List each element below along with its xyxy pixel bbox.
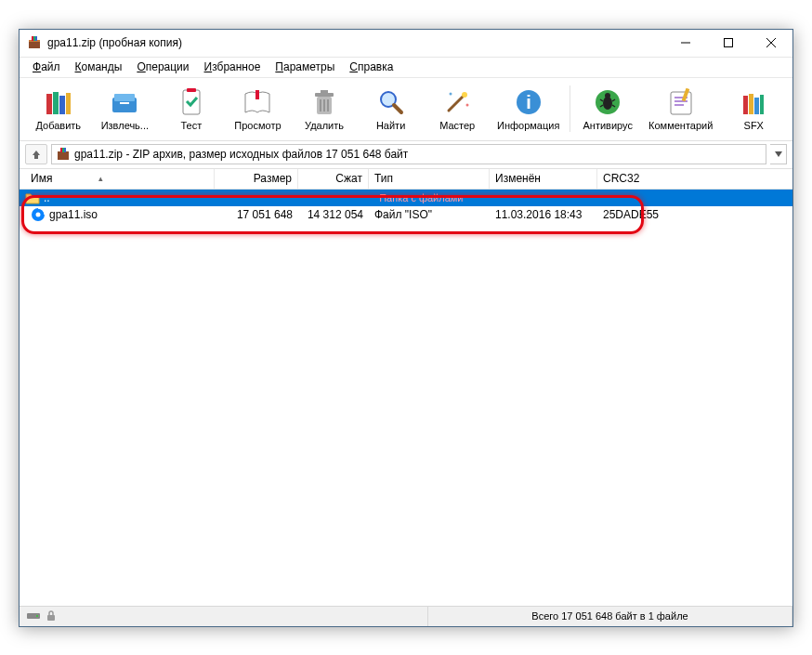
svg-rect-11 — [59, 96, 65, 114]
sfx-button[interactable]: SFX — [720, 80, 787, 138]
svg-rect-57 — [47, 615, 55, 621]
svg-rect-18 — [255, 90, 259, 99]
view-button[interactable]: Просмотр — [225, 80, 292, 138]
svg-rect-20 — [315, 93, 334, 97]
test-button[interactable]: Тест — [158, 80, 225, 138]
test-label: Тест — [181, 120, 203, 131]
books-sfx-icon — [738, 86, 769, 118]
svg-rect-52 — [64, 148, 66, 152]
svg-rect-49 — [58, 151, 69, 160]
file-type: Файл "ISO" — [374, 208, 432, 221]
menu-favorites-label: збранное — [212, 60, 260, 73]
svg-rect-50 — [60, 148, 62, 152]
table-row[interactable]: gpa11.iso 17 051 648 14 312 054 Файл "IS… — [20, 206, 792, 223]
books-stack-icon — [43, 86, 74, 118]
notepad-icon — [665, 86, 697, 118]
find-label: Найти — [376, 120, 405, 131]
wizard-button[interactable]: Мастер — [424, 80, 491, 138]
svg-point-28 — [462, 92, 467, 98]
info-label: Информация — [497, 120, 559, 131]
window-controls — [664, 30, 792, 57]
statusbar: Всего 17 051 648 байт в 1 файле — [20, 606, 792, 626]
column-size[interactable]: Размер — [215, 169, 298, 189]
info-icon: i — [513, 86, 544, 118]
info-button[interactable]: i Информация — [491, 80, 567, 138]
file-packed: 14 312 054 — [308, 208, 363, 221]
archive-icon — [56, 147, 71, 162]
menubar: Файл Команды Операции Избранное Параметр… — [20, 58, 792, 78]
parent-folder-row[interactable]: .. Папка с файлами — [20, 190, 792, 206]
svg-rect-6 — [725, 39, 733, 47]
svg-rect-17 — [187, 88, 196, 92]
file-modified: 11.03.2016 18:43 — [495, 208, 582, 221]
add-button[interactable]: Добавить — [25, 80, 92, 138]
toolbar-separator — [570, 85, 570, 132]
status-total: Всего 17 051 648 байт в 1 файле — [428, 607, 792, 626]
clipboard-check-icon — [176, 86, 207, 118]
svg-rect-15 — [120, 102, 129, 104]
toolbar: Добавить Извлечь... Тест Просмотр Удалит… — [20, 78, 792, 141]
parent-folder-label: Папка с файлами — [50, 192, 792, 203]
close-button[interactable] — [750, 30, 792, 57]
svg-rect-14 — [114, 94, 135, 101]
column-crc[interactable]: CRC32 — [597, 169, 662, 189]
menu-operations[interactable]: Операции — [129, 59, 196, 75]
svg-rect-9 — [46, 94, 52, 114]
sort-indicator-icon: ▴ — [98, 174, 103, 183]
svg-rect-47 — [754, 98, 759, 114]
parent-dots: .. — [44, 191, 50, 204]
svg-point-30 — [466, 104, 469, 107]
menu-help-label: правка — [358, 60, 393, 73]
delete-label: Удалить — [305, 120, 344, 131]
up-button[interactable] — [25, 144, 47, 164]
svg-text:i: i — [526, 92, 531, 112]
status-left — [20, 607, 428, 626]
svg-rect-45 — [743, 96, 748, 114]
address-text: gpa11.zip - ZIP архив, размер исходных ф… — [74, 148, 408, 161]
menu-file[interactable]: Файл — [25, 59, 68, 75]
menu-parameters-label: араметры — [283, 60, 334, 73]
minimize-button[interactable] — [664, 30, 707, 57]
menu-favorites[interactable]: Избранное — [197, 59, 268, 75]
column-modified[interactable]: Изменён — [490, 169, 597, 189]
find-button[interactable]: Найти — [358, 80, 425, 138]
menu-commands[interactable]: Команды — [68, 59, 130, 75]
trash-icon — [308, 86, 340, 118]
svg-rect-2 — [32, 36, 33, 41]
iso-file-icon — [31, 207, 46, 222]
comment-button[interactable]: Комментарий — [641, 80, 720, 138]
delete-button[interactable]: Удалить — [291, 80, 358, 138]
svg-rect-10 — [53, 92, 59, 114]
extract-button[interactable]: Извлечь... — [92, 80, 159, 138]
address-dropdown[interactable] — [770, 144, 787, 164]
column-packed[interactable]: Сжат — [298, 169, 369, 189]
file-crc: 25DADE55 — [603, 208, 659, 221]
svg-rect-48 — [760, 95, 764, 114]
svg-rect-40 — [671, 92, 691, 114]
lock-icon — [46, 610, 57, 622]
svg-rect-4 — [35, 36, 37, 41]
svg-rect-3 — [33, 36, 35, 41]
svg-rect-21 — [321, 90, 328, 93]
antivirus-button[interactable]: Антивирус — [574, 80, 641, 138]
svg-rect-46 — [749, 94, 753, 114]
menu-parameters[interactable]: Параметры — [268, 59, 342, 75]
column-name[interactable]: Имя ▴ — [25, 169, 215, 189]
address-field[interactable]: gpa11.zip - ZIP архив, размер исходных ф… — [51, 144, 766, 164]
comment-label: Комментарий — [648, 120, 713, 131]
sfx-label: SFX — [744, 120, 764, 131]
window-title: gpa11.zip (пробная копия) — [47, 36, 664, 49]
view-label: Просмотр — [234, 120, 281, 131]
file-list[interactable]: .. Папка с файлами gpa11.iso 17 051 648 … — [20, 190, 792, 606]
maximize-button[interactable] — [707, 30, 750, 57]
titlebar: gpa11.zip (пробная копия) — [20, 30, 792, 58]
column-type[interactable]: Тип — [369, 169, 490, 189]
file-name: gpa11.iso — [49, 208, 98, 221]
menu-help[interactable]: Справка — [342, 59, 400, 75]
drawer-icon — [109, 86, 140, 118]
file-size: 17 051 648 — [237, 208, 293, 221]
menu-file-label: айл — [41, 60, 59, 73]
bug-icon — [592, 86, 623, 118]
svg-point-34 — [603, 97, 612, 110]
addressbar: gpa11.zip - ZIP архив, размер исходных ф… — [20, 141, 792, 169]
